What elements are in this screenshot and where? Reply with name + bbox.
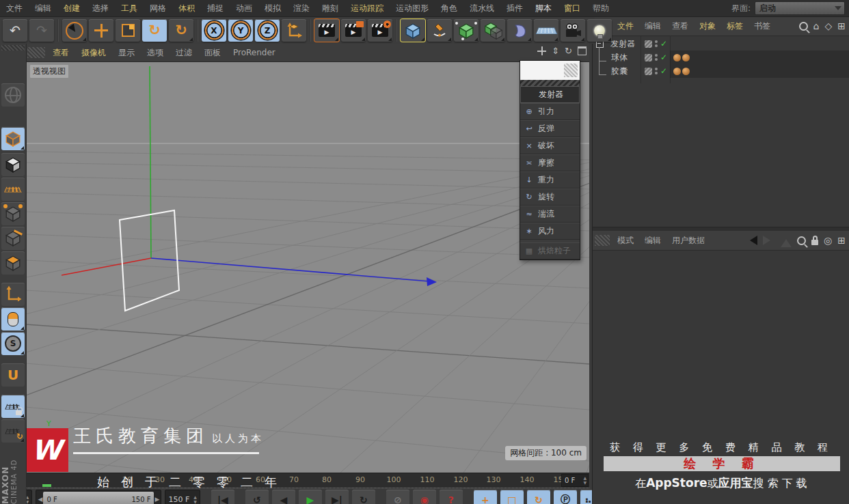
enabled-check-icon[interactable]: ✓ [660,40,667,48]
layer-icon[interactable] [645,68,652,75]
next-frame-button[interactable]: ▶| [325,490,349,504]
om-menu-bookmarks[interactable]: 书签 [749,16,776,36]
menu-simulate[interactable]: 模拟 [258,0,287,16]
maximize-view-icon[interactable] [578,46,587,55]
timeline-ruler[interactable]: 20 30 40 50 60 70 80 90 100 110 120 130 … [26,473,589,488]
palette-item-emitter[interactable]: 发射器 [520,86,580,103]
record-button[interactable]: ◉ [413,490,436,504]
palette-grip-icon[interactable] [564,64,578,77]
make-editable-button[interactable] [1,83,25,107]
play-sound-button[interactable]: ⊘ [386,490,409,504]
menu-tools[interactable]: 工具 [115,0,144,16]
add-panel-icon[interactable]: ⊞ [837,21,846,31]
history-back-icon[interactable] [745,236,757,245]
autokey-button[interactable]: ? [440,490,463,504]
palette-item-attractor[interactable]: ⊕引力 [520,103,580,120]
palette-item-friction[interactable]: ≍摩擦 [520,154,580,171]
light-button[interactable] [587,19,612,42]
spinner-icon[interactable]: ▲▼ [583,475,587,485]
model-mode-button[interactable] [1,127,25,150]
menu-mesh[interactable]: 网格 [144,0,172,16]
redo-button[interactable]: ↷ [29,19,54,42]
lock-x-axis-button[interactable]: X [202,19,226,42]
viewport-solo-button[interactable] [1,307,25,331]
previous-frame-button[interactable]: ◀ [272,490,295,504]
edges-mode-button[interactable] [1,227,25,250]
previous-key-button[interactable]: ↺ [245,490,269,504]
render-to-picture-viewer-button[interactable]: ▶ [341,19,366,42]
camera-button[interactable] [561,19,585,42]
scale-button[interactable] [116,19,140,42]
menu-animate[interactable]: 动画 [230,0,258,16]
pen-spline-button[interactable] [427,19,452,42]
rotate-button[interactable]: ↻ [142,19,167,42]
key-pla-button[interactable]: ⠦⠦ [580,490,592,504]
vp-menu-filter[interactable]: 过滤 [170,44,198,61]
vp-menu-camera[interactable]: 摄像机 [75,44,112,61]
palette-item-rotation[interactable]: ↻旋转 [520,188,580,206]
environment-floor-button[interactable] [534,19,558,42]
viewport-menu-grip[interactable] [27,47,45,58]
om-menu-edit[interactable]: 编辑 [639,16,666,36]
object-row-capsule[interactable]: 胶囊 ✓ [593,64,849,78]
palette-item-wind[interactable]: ∗风力 [520,223,580,240]
phong-tag-icon[interactable] [673,54,681,61]
next-key-button[interactable]: ↻ [352,490,375,504]
palette-titlebar[interactable] [520,61,580,80]
menu-volume[interactable]: 体积 [172,0,201,16]
menu-snap[interactable]: 捕捉 [201,0,230,16]
vp-menu-panel[interactable]: 面板 [198,44,227,61]
layers-icon[interactable]: ◇ [824,21,832,31]
om-menu-file[interactable]: 文件 [612,16,639,36]
add-panel-icon[interactable]: ⊞ [837,236,846,245]
phong-tag-icon[interactable] [673,68,681,75]
vp-menu-options[interactable]: 选项 [141,44,170,61]
material-tag-icon[interactable] [682,54,690,61]
target-mode-icon[interactable]: ◎ [824,236,832,245]
menu-help[interactable]: 帮助 [587,0,615,16]
spinner-icon[interactable]: ▲▼ [193,494,197,504]
am-menu-userdata[interactable]: 用户数据 [666,231,710,250]
vp-menu-display[interactable]: 显示 [112,44,141,61]
viewport-canvas[interactable]: 透视视图 网格间距 : 100 cm Y W 王氏教育集团 以人为本 [26,61,589,473]
am-menu-mode[interactable]: 模式 [612,231,639,250]
om-menu-tags[interactable]: 标签 [721,16,749,36]
frame-range-slider[interactable]: ◀ 0 F150 F ▶ [36,490,161,504]
enabled-check-icon[interactable]: ✓ [660,67,667,75]
last-tool-button[interactable]: ↻ [169,19,193,42]
palette-item-turbulence[interactable]: ≈湍流 [520,206,580,223]
menu-window[interactable]: 窗口 [558,0,587,16]
object-row-sphere[interactable]: 球体 ✓ [593,51,849,64]
deformer-button[interactable] [507,19,532,42]
live-selection-button[interactable] [62,19,87,42]
visibility-dots[interactable] [655,40,658,47]
vp-menu-prorender[interactable]: ProRender [227,44,282,61]
palette-item-gravity[interactable]: ↓重力 [520,171,580,188]
home-icon[interactable]: ⌂ [813,21,820,31]
lock-icon[interactable] [811,240,818,245]
play-button[interactable]: ▶ [299,490,322,504]
polygons-mode-button[interactable] [1,251,25,275]
move-button[interactable] [89,19,113,42]
add-cube-button[interactable] [401,19,425,42]
key-parameter-button[interactable]: Ⓟ [554,490,577,504]
subdivision-surface-button[interactable] [454,19,479,42]
ruler-frame-field[interactable]: 0 F▲▼ [561,474,589,487]
enable-axis-button[interactable] [1,283,25,306]
vp-menu-view[interactable]: 查看 [46,44,75,61]
workplane-mode-button[interactable] [1,178,25,201]
rotate-view-icon[interactable]: ↻ [565,46,572,55]
am-menu-edit[interactable]: 编辑 [639,231,666,250]
menu-mograph[interactable]: 运动图形 [390,0,435,16]
om-menu-objects[interactable]: 对象 [694,16,721,36]
search-icon[interactable] [799,22,808,31]
goto-start-button[interactable]: |◀ [211,490,234,504]
end-frame-input[interactable]: 150 F▲▼ [165,490,200,504]
interface-dropdown[interactable]: 启动 [755,1,845,15]
enable-snap-button[interactable]: U [1,363,25,387]
layer-icon[interactable] [645,54,652,61]
key-position-button[interactable]: + [474,490,497,504]
visibility-dots[interactable] [655,54,658,61]
menu-character[interactable]: 角色 [435,0,463,16]
menu-edit[interactable]: 编辑 [29,0,57,16]
